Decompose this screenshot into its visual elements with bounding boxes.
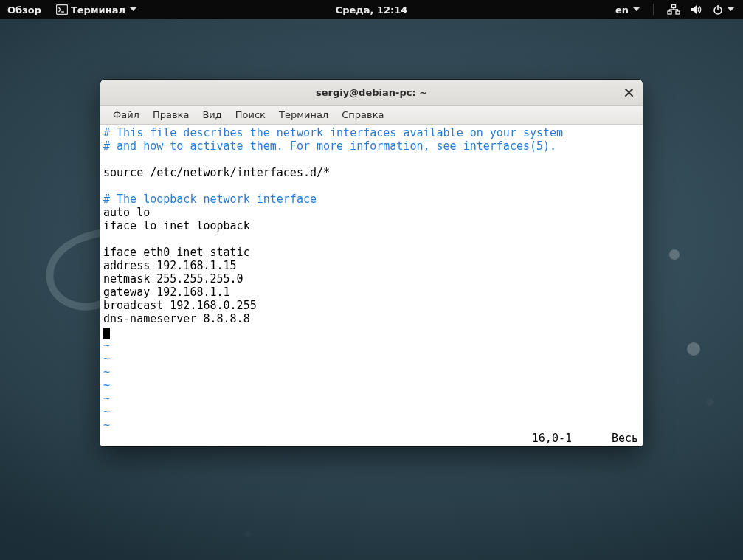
desktop: Обзор Терминал Среда, 12:14 en: [0, 0, 743, 560]
divider: [653, 4, 654, 15]
input-source-label: en: [615, 4, 629, 15]
power-indicator[interactable]: [713, 4, 734, 15]
network-indicator[interactable]: [667, 4, 680, 15]
volume-icon: [691, 4, 702, 15]
wallpaper-dot: [245, 531, 251, 537]
gnome-topbar: Обзор Терминал Среда, 12:14 en: [0, 0, 743, 19]
wallpaper-dot: [706, 398, 713, 406]
menu-edit[interactable]: Правка: [146, 107, 196, 122]
chevron-down-icon: [633, 7, 640, 12]
chevron-down-icon: [130, 7, 136, 12]
chevron-down-icon: [728, 7, 734, 12]
wallpaper-dot: [687, 342, 700, 356]
app-menu-label: Терминал: [71, 4, 125, 15]
wallpaper-dot: [669, 249, 680, 260]
window-titlebar[interactable]: sergiy@debian-pc: ~: [100, 80, 643, 106]
terminal-icon: [56, 4, 68, 15]
scroll-indicator: Весь: [572, 432, 638, 445]
power-icon: [713, 4, 723, 15]
svg-rect-0: [56, 5, 67, 15]
cursor-position: 16,0-1: [532, 432, 572, 445]
editor-content: # This file describes the network interf…: [103, 126, 640, 432]
close-icon: [625, 89, 633, 97]
app-menu[interactable]: Терминал: [56, 4, 136, 15]
svg-rect-2: [672, 5, 676, 8]
volume-indicator[interactable]: [691, 4, 702, 15]
terminal-viewport[interactable]: # This file describes the network interf…: [100, 125, 643, 446]
network-wired-icon: [667, 4, 680, 15]
svg-rect-4: [676, 11, 680, 14]
menubar: Файл Правка Вид Поиск Терминал Справка: [100, 106, 643, 125]
menu-view[interactable]: Вид: [196, 107, 228, 122]
clock[interactable]: Среда, 12:14: [336, 4, 408, 15]
menu-help[interactable]: Справка: [335, 107, 390, 122]
menu-search[interactable]: Поиск: [229, 107, 272, 122]
menu-terminal[interactable]: Терминал: [272, 107, 335, 122]
input-source-indicator[interactable]: en: [615, 4, 640, 15]
terminal-window: sergiy@debian-pc: ~ Файл Правка Вид Поис…: [100, 80, 643, 446]
window-title: sergiy@debian-pc: ~: [100, 87, 643, 98]
vim-statusline: 16,0-1 Весь: [103, 432, 638, 445]
close-button[interactable]: [622, 86, 635, 99]
activities-button[interactable]: Обзор: [7, 4, 41, 15]
svg-rect-3: [668, 11, 671, 14]
menu-file[interactable]: Файл: [106, 107, 146, 122]
